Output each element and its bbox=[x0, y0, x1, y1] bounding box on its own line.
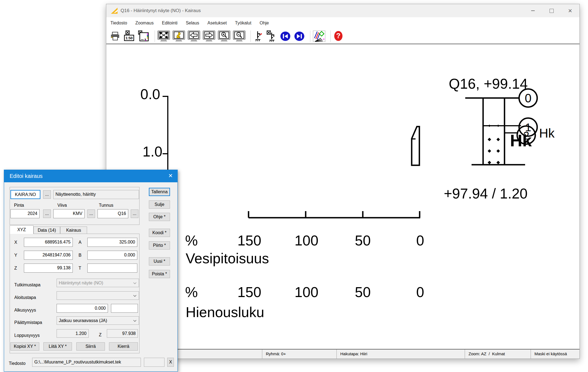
status-mask: Maski ei käytössä bbox=[531, 349, 579, 359]
window-title: Q16 - Häiriintynyt näyte (NO) - Kairaus bbox=[121, 4, 201, 17]
tutkimustapa-select[interactable]: Häiriintynyt näyte (NO) bbox=[57, 279, 139, 287]
toolbar-separator bbox=[250, 30, 251, 42]
type-code-field[interactable]: KAIRA:NO bbox=[10, 190, 40, 199]
svg-text:100: 100 bbox=[295, 233, 319, 248]
alkusyvyys-extra-field[interactable] bbox=[111, 304, 138, 313]
loppusyvyys-label: Loppusyvyys bbox=[14, 333, 40, 338]
zoom-area-icon bbox=[172, 30, 185, 42]
window-titlebar[interactable]: Q16 - Häiriintynyt näyte (NO) - Kairaus … bbox=[106, 4, 579, 17]
menu-asetukset[interactable]: Asetukset bbox=[203, 21, 231, 26]
t-field[interactable] bbox=[87, 264, 137, 273]
previous-point-button[interactable] bbox=[280, 31, 291, 42]
pan-right-button[interactable] bbox=[203, 30, 215, 42]
viiva-browse-button[interactable]: ... bbox=[87, 209, 95, 218]
paattymistapa-select[interactable]: Jatkuu seuraavassa (JA) bbox=[57, 316, 139, 325]
zoom-fit-button[interactable] bbox=[157, 30, 170, 42]
zoom-out-icon bbox=[233, 30, 246, 42]
type-desc-field[interactable]: Näytteenotto, häiritty bbox=[53, 190, 139, 199]
surface-marker-label: 0 bbox=[525, 91, 531, 105]
page-setup-button[interactable] bbox=[138, 30, 150, 42]
zoom-out-button[interactable] bbox=[233, 30, 246, 42]
poista-button[interactable]: Poista * bbox=[149, 270, 170, 278]
tab-kairaus[interactable]: Kairaus bbox=[60, 226, 87, 234]
pan-left-button[interactable] bbox=[188, 30, 200, 42]
drill-symbol-button[interactable] bbox=[253, 30, 264, 42]
b-label: B bbox=[79, 253, 82, 258]
maximize-button[interactable] bbox=[542, 4, 561, 17]
percent-ruler bbox=[249, 211, 420, 218]
map-view-button[interactable] bbox=[313, 30, 325, 42]
close-button[interactable]: ✕ bbox=[561, 4, 579, 17]
paattymistapa-label: Päättymistapa bbox=[14, 320, 42, 325]
sulje-button[interactable]: Sulje bbox=[149, 200, 170, 209]
tallenna-button[interactable]: Tallenna bbox=[149, 188, 170, 196]
svg-text:0: 0 bbox=[416, 233, 424, 248]
alkusyvyys-field[interactable]: 0.000 bbox=[57, 304, 108, 313]
dialog-close-button[interactable]: ✕ bbox=[164, 170, 177, 182]
dialog-titlebar[interactable]: Editoi kairaus ✕ bbox=[4, 170, 177, 182]
x-label: X bbox=[14, 240, 17, 245]
scale-button[interactable]: 1:50 bbox=[123, 30, 135, 42]
depth-label-1: 1.0 bbox=[143, 144, 162, 160]
help-button[interactable]: ? bbox=[333, 30, 344, 42]
svg-text:0: 0 bbox=[416, 284, 424, 300]
aloitustapa-select[interactable] bbox=[57, 291, 139, 300]
y-field[interactable]: 26481947.036 bbox=[24, 251, 73, 260]
kierra-button[interactable]: Kierrä bbox=[109, 342, 138, 351]
z-field[interactable]: 99.138 bbox=[24, 264, 73, 273]
aloitustapa-label: Aloitustapa bbox=[14, 295, 36, 300]
type-browse-button[interactable]: ... bbox=[43, 190, 51, 199]
tutkimustapa-value: Häiriintynyt näyte (NO) bbox=[59, 281, 103, 285]
depth-scale bbox=[163, 96, 168, 174]
maximize-icon bbox=[550, 9, 554, 13]
tiedosto-extra-field[interactable] bbox=[144, 358, 165, 367]
tunnus-browse-button[interactable]: ... bbox=[131, 209, 138, 218]
tab-data[interactable]: Data (14) bbox=[34, 226, 60, 234]
loppusyvyys-field[interactable]: 1.200 bbox=[57, 329, 89, 338]
x-field[interactable]: 6889516.475 bbox=[24, 238, 73, 247]
siirra-button[interactable]: Siirrä bbox=[76, 342, 105, 351]
pinta-field[interactable]: 2024 bbox=[10, 209, 40, 218]
menu-zoomaus[interactable]: Zoomaus bbox=[131, 21, 158, 26]
tiedosto-field[interactable]: G:\...\Muurame_LP_routivuustutkimukset.t… bbox=[32, 358, 141, 367]
menu-tiedosto[interactable]: Tiedosto bbox=[106, 21, 131, 26]
zoom-area-button[interactable] bbox=[172, 30, 185, 42]
map-layers-icon bbox=[313, 30, 325, 42]
help-icon: ? bbox=[333, 30, 344, 42]
b-field[interactable]: 0.000 bbox=[87, 251, 137, 260]
scale-row-2: % 150 100 50 0 Hienousluku bbox=[185, 284, 424, 320]
zoom-in-button[interactable] bbox=[218, 30, 230, 42]
a-field[interactable]: 325.000 bbox=[87, 238, 137, 247]
toolbar-separator bbox=[330, 30, 331, 42]
dialog-title: Editoi kairaus bbox=[10, 173, 43, 179]
tunnus-field[interactable]: Q16 bbox=[97, 209, 128, 218]
chevron-down-icon bbox=[133, 320, 136, 322]
minimize-button[interactable] bbox=[523, 4, 542, 17]
koodi-button[interactable]: Koodi * bbox=[149, 229, 170, 237]
tab-xyz[interactable]: XYZ bbox=[10, 225, 34, 234]
next-point-button[interactable] bbox=[294, 31, 305, 42]
viiva-field[interactable]: KMV bbox=[53, 209, 85, 218]
menu-ohje[interactable]: Ohje bbox=[255, 21, 273, 26]
arrow-right-icon bbox=[203, 30, 215, 42]
liita-xy-button[interactable]: Liitä XY * bbox=[43, 342, 72, 351]
sample-2-label: 2 bbox=[523, 130, 529, 142]
menu-selaus[interactable]: Selaus bbox=[182, 21, 203, 26]
ohje-button[interactable]: Ohje * bbox=[149, 213, 170, 221]
clear-file-button[interactable]: X bbox=[167, 358, 174, 367]
print-button[interactable] bbox=[110, 31, 121, 42]
loppusyvyys-z-field[interactable]: 97.938 bbox=[107, 329, 138, 338]
piirto-button[interactable]: Piirto * bbox=[149, 241, 170, 250]
a-label: A bbox=[79, 240, 82, 245]
uusi-button[interactable]: Uusi * bbox=[149, 257, 170, 265]
menu-tyokalut[interactable]: Työkalut bbox=[231, 21, 256, 26]
scale-row-1: % 150 100 50 0 Vesipitoisuus bbox=[185, 233, 424, 266]
drill-symbol-select-button[interactable] bbox=[266, 30, 277, 42]
menu-editointi[interactable]: Editointi bbox=[158, 21, 182, 26]
close-icon: ✕ bbox=[568, 8, 572, 14]
kopioi-xy-button[interactable]: Kopioi XY * bbox=[10, 342, 39, 351]
t-label: T bbox=[79, 266, 81, 271]
unit-label: % bbox=[185, 284, 198, 300]
pinta-browse-button[interactable]: ... bbox=[43, 209, 51, 218]
tiedosto-label: Tiedosto bbox=[9, 361, 26, 366]
